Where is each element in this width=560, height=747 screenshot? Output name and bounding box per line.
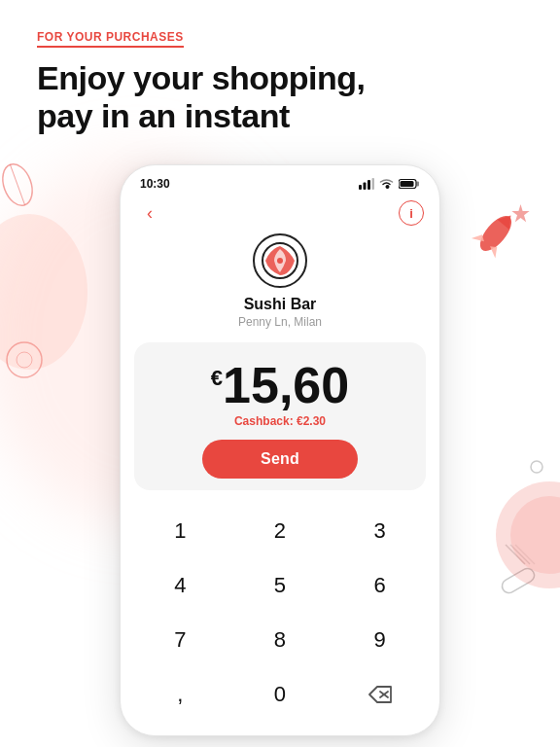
svg-rect-20 bbox=[372, 178, 375, 190]
sushi-icon bbox=[261, 241, 299, 280]
amount-section: € 15,60 Cashback: €2.30 Send bbox=[134, 342, 426, 490]
merchant-section: Sushi Bar Penny Ln, Milan bbox=[121, 233, 439, 342]
numpad-row-2: 4 5 6 bbox=[130, 560, 430, 611]
key-9[interactable]: 9 bbox=[341, 615, 419, 665]
back-button[interactable]: ‹ bbox=[136, 203, 163, 224]
merchant-name: Sushi Bar bbox=[244, 296, 317, 313]
cashback-text: Cashback: €2.30 bbox=[234, 414, 326, 428]
key-5[interactable]: 5 bbox=[241, 560, 319, 611]
headline-line2: pay in an instant bbox=[37, 97, 290, 134]
key-comma[interactable]: , bbox=[141, 669, 219, 720]
headline-line1: Enjoy your shopping, bbox=[37, 59, 366, 96]
app-header: ‹ i bbox=[121, 196, 439, 233]
svg-rect-18 bbox=[364, 183, 367, 191]
amount-display: € 15,60 bbox=[211, 360, 349, 410]
status-bar: 10:30 bbox=[121, 165, 439, 196]
svg-rect-19 bbox=[368, 180, 370, 190]
key-3[interactable]: 3 bbox=[341, 506, 419, 556]
info-button[interactable]: i bbox=[399, 200, 424, 226]
numpad: 1 2 3 4 5 6 7 8 9 , 0 bbox=[121, 490, 439, 735]
time-display: 10:30 bbox=[140, 177, 170, 191]
svg-rect-17 bbox=[359, 185, 362, 190]
battery-icon bbox=[399, 178, 420, 190]
backspace-icon bbox=[368, 685, 393, 704]
tag-label: FOR YOUR PURCHASES bbox=[37, 30, 184, 48]
merchant-avatar bbox=[253, 233, 307, 288]
svg-point-25 bbox=[277, 258, 283, 264]
signal-icon bbox=[359, 178, 374, 190]
key-7[interactable]: 7 bbox=[141, 615, 219, 665]
phone-mockup: 10:30 bbox=[120, 164, 440, 736]
key-1[interactable]: 1 bbox=[141, 506, 219, 556]
svg-rect-23 bbox=[417, 182, 420, 187]
amount-value: 15,60 bbox=[223, 360, 349, 410]
numpad-row-3: 7 8 9 bbox=[130, 615, 430, 665]
status-icons bbox=[359, 178, 420, 190]
key-2[interactable]: 2 bbox=[241, 506, 319, 556]
svg-rect-22 bbox=[401, 181, 414, 187]
numpad-row-1: 1 2 3 bbox=[130, 506, 430, 556]
send-button[interactable]: Send bbox=[202, 440, 358, 479]
merchant-address: Penny Ln, Milan bbox=[238, 315, 322, 329]
wifi-icon bbox=[379, 178, 394, 190]
headline: Enjoy your shopping, pay in an instant bbox=[37, 59, 523, 135]
cashback-amount: €2.30 bbox=[297, 414, 326, 428]
delete-button[interactable] bbox=[341, 669, 419, 720]
key-4[interactable]: 4 bbox=[141, 560, 219, 611]
key-0[interactable]: 0 bbox=[241, 669, 319, 720]
cashback-label: Cashback: bbox=[234, 414, 294, 428]
key-8[interactable]: 8 bbox=[241, 615, 319, 665]
currency-symbol: € bbox=[211, 366, 223, 391]
numpad-row-4: , 0 bbox=[130, 669, 430, 720]
key-6[interactable]: 6 bbox=[341, 560, 419, 611]
